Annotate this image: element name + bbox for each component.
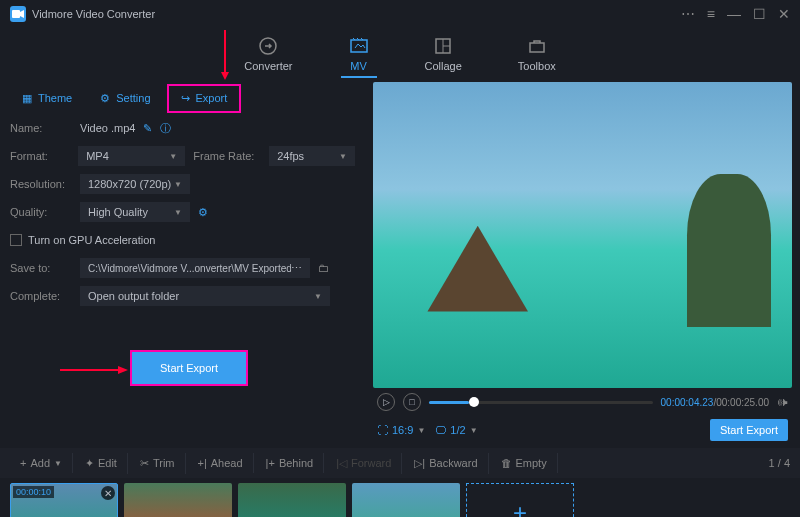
clip-thumbnail-4[interactable] (352, 483, 460, 517)
quality-dropdown[interactable]: High Quality▼ (80, 202, 190, 222)
export-icon: ↪ (181, 92, 190, 105)
page-indicator: 1 / 4 (769, 457, 790, 469)
complete-dropdown[interactable]: Open output folder▼ (80, 286, 330, 306)
chevron-down-icon: ▼ (417, 426, 425, 435)
svg-rect-2 (351, 40, 367, 52)
info-button[interactable]: ⓘ (160, 121, 171, 136)
ahead-button[interactable]: +|Ahead (188, 453, 254, 473)
chevron-down-icon: ▼ (174, 208, 182, 217)
quality-value: High Quality (88, 206, 148, 218)
minimize-button[interactable]: — (727, 6, 741, 22)
behind-button[interactable]: |+Behind (256, 453, 325, 473)
more-icon[interactable]: ⋯ (291, 262, 302, 275)
edit-name-button[interactable]: ✎ (143, 122, 152, 135)
mv-icon (349, 36, 369, 56)
start-export-small-button[interactable]: Start Export (710, 419, 788, 441)
framerate-value: 24fps (277, 150, 304, 162)
tab-mv-label: MV (350, 60, 367, 72)
close-button[interactable]: ✕ (778, 6, 790, 22)
converter-icon (258, 36, 278, 56)
tab-collage[interactable]: Collage (417, 32, 470, 78)
tab-mv[interactable]: MV (341, 32, 377, 78)
format-dropdown[interactable]: MP4▼ (78, 146, 185, 166)
chevron-down-icon: ▼ (339, 152, 347, 161)
scissors-icon: ✂ (140, 457, 149, 470)
subtab-setting[interactable]: ⚙ Setting (88, 86, 162, 111)
clip-duration: 00:00:10 (13, 486, 54, 498)
tab-toolbox[interactable]: Toolbox (510, 32, 564, 78)
trash-icon: 🗑 (501, 457, 512, 469)
behind-label: Behind (279, 457, 313, 469)
forward-button[interactable]: |◁Forward (326, 453, 402, 474)
chevron-down-icon: ▼ (174, 180, 182, 189)
framerate-dropdown[interactable]: 24fps▼ (269, 146, 355, 166)
volume-icon[interactable]: 🕪 (777, 396, 788, 408)
wand-icon: ✦ (85, 457, 94, 470)
annotation-arrow-2 (60, 365, 130, 375)
trim-label: Trim (153, 457, 175, 469)
subtab-theme-label: Theme (38, 92, 72, 104)
aspect-dropdown[interactable]: ⛶16:9▼ (377, 424, 425, 436)
chevron-down-icon: ▼ (470, 426, 478, 435)
saveto-path[interactable]: C:\Vidmore\Vidmore V...onverter\MV Expor… (80, 258, 310, 278)
clip-thumbnail-3[interactable] (238, 483, 346, 517)
start-export-button[interactable]: Start Export (130, 350, 248, 386)
subtab-export-label: Export (196, 92, 228, 104)
add-label: Add (30, 457, 50, 469)
zoom-value: 1/2 (450, 424, 465, 436)
chevron-down-icon: ▼ (54, 459, 62, 468)
app-logo (10, 6, 26, 22)
backward-icon: ▷| (414, 457, 425, 470)
setting-icon: ⚙ (100, 92, 110, 105)
ahead-label: Ahead (211, 457, 243, 469)
gpu-checkbox[interactable] (10, 234, 22, 246)
open-folder-button[interactable]: 🗀 (318, 262, 329, 274)
edit-label: Edit (98, 457, 117, 469)
resolution-dropdown[interactable]: 1280x720 (720p)▼ (80, 174, 190, 194)
feedback-icon[interactable]: ⋯ (681, 6, 695, 22)
add-clip-button[interactable]: + (466, 483, 574, 517)
clip-thumbnail-2[interactable] (124, 483, 232, 517)
format-value: MP4 (86, 150, 109, 162)
forward-label: Forward (351, 457, 391, 469)
ahead-icon: +| (198, 457, 207, 469)
theme-icon: ▦ (22, 92, 32, 105)
behind-icon: |+ (266, 457, 275, 469)
quality-settings-button[interactable]: ⚙ (198, 206, 208, 219)
svg-rect-0 (12, 10, 20, 18)
gpu-label: Turn on GPU Acceleration (28, 234, 155, 246)
menu-icon[interactable]: ≡ (707, 6, 715, 22)
quality-label: Quality: (10, 206, 72, 218)
time-display: 00:00:04.23/00:00:25.00 (661, 397, 769, 408)
clip-thumbnail-1[interactable]: 00:00:10 ✕ ▷✦✂ (10, 483, 118, 517)
tab-toolbox-label: Toolbox (518, 60, 556, 72)
backward-button[interactable]: ▷|Backward (404, 453, 488, 474)
toolbox-icon (527, 36, 547, 56)
seek-slider[interactable] (429, 401, 653, 404)
collage-icon (433, 36, 453, 56)
tab-converter[interactable]: Converter (236, 32, 300, 78)
name-value: Video .mp4 (80, 122, 135, 134)
add-button[interactable]: +Add▼ (10, 453, 73, 473)
edit-button[interactable]: ✦Edit (75, 453, 128, 474)
resolution-label: Resolution: (10, 178, 72, 190)
empty-button[interactable]: 🗑Empty (491, 453, 558, 473)
remove-clip-button[interactable]: ✕ (101, 486, 115, 500)
video-preview[interactable] (373, 82, 792, 388)
subtab-theme[interactable]: ▦ Theme (10, 86, 84, 111)
play-button[interactable]: ▷ (377, 393, 395, 411)
app-title: Vidmore Video Converter (32, 8, 155, 20)
aspect-icon: ⛶ (377, 424, 388, 436)
saveto-value: C:\Vidmore\Vidmore V...onverter\MV Expor… (88, 263, 291, 274)
subtab-export[interactable]: ↪ Export (167, 84, 242, 113)
trim-button[interactable]: ✂Trim (130, 453, 186, 474)
tab-collage-label: Collage (425, 60, 462, 72)
maximize-button[interactable]: ☐ (753, 6, 766, 22)
stop-button[interactable]: □ (403, 393, 421, 411)
svg-rect-6 (530, 43, 544, 52)
tab-converter-label: Converter (244, 60, 292, 72)
zoom-dropdown[interactable]: 🖵1/2▼ (435, 424, 477, 436)
saveto-label: Save to: (10, 262, 72, 274)
chevron-down-icon: ▼ (314, 292, 322, 301)
resolution-value: 1280x720 (720p) (88, 178, 171, 190)
